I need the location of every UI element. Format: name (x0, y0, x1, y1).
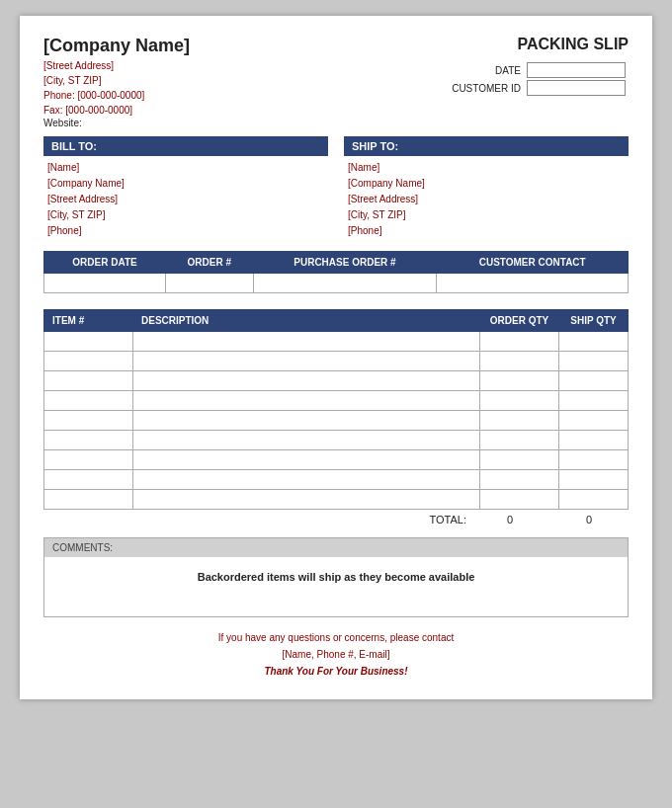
table-row (44, 371, 629, 391)
item-num-col-header: ITEM # (44, 310, 133, 332)
table-row (44, 391, 629, 411)
item-cell-3-0 (44, 391, 133, 411)
street-address: [Street Address] (43, 58, 190, 73)
packing-slip-block: PACKING SLIP DATE CUSTOMER ID (449, 36, 629, 97)
bill-to-address: [Street Address] (43, 192, 328, 207)
item-cell-8-3 (559, 490, 629, 510)
order-info-row (44, 274, 629, 293)
phone: Phone: [000-000-0000] (43, 88, 190, 103)
item-cell-6-2 (480, 450, 559, 470)
fax: Fax: [000-000-0000] (43, 103, 190, 118)
bill-to-company: [Company Name] (43, 176, 328, 192)
customer-contact-cell (437, 274, 629, 293)
order-num-col-header: ORDER # (166, 252, 253, 274)
item-cell-3-3 (559, 391, 629, 411)
order-date-col-header: ORDER DATE (44, 252, 166, 274)
item-cell-7-0 (44, 470, 133, 490)
packing-slip-document: [Company Name] [Street Address] [City, S… (20, 16, 652, 699)
date-label: DATE (449, 61, 524, 79)
date-input[interactable] (527, 62, 626, 78)
ship-to-block: SHIP TO: [Name] [Company Name] [Street A… (344, 136, 629, 239)
item-cell-4-0 (44, 411, 133, 431)
item-cell-4-2 (480, 411, 559, 431)
ship-to-header: SHIP TO: (344, 136, 629, 156)
item-cell-1-1 (133, 352, 480, 371)
item-cell-1-0 (44, 352, 133, 371)
order-info-table: ORDER DATE ORDER # PURCHASE ORDER # CUST… (43, 251, 629, 293)
item-cell-4-3 (559, 411, 629, 431)
bill-to-header: BILL TO: (43, 136, 328, 156)
table-row (44, 490, 629, 510)
comments-section: COMMENTS: Backordered items will ship as… (43, 537, 629, 617)
footer-line1: If you have any questions or concerns, p… (43, 629, 629, 646)
items-table: ITEM # DESCRIPTION ORDER QTY SHIP QTY (43, 309, 629, 510)
address-row: BILL TO: [Name] [Company Name] [Street A… (43, 136, 629, 239)
item-cell-6-1 (133, 450, 480, 470)
item-cell-0-3 (559, 332, 629, 352)
bill-to-name: [Name] (43, 160, 328, 176)
item-cell-3-1 (133, 391, 480, 411)
item-cell-8-0 (44, 490, 133, 510)
item-cell-6-3 (559, 450, 629, 470)
item-cell-6-0 (44, 450, 133, 470)
item-cell-0-2 (480, 332, 559, 352)
item-cell-0-1 (133, 332, 480, 352)
date-customer-table: DATE CUSTOMER ID (449, 61, 629, 97)
footer-line2: [Name, Phone #, E-mail] (43, 646, 629, 663)
customer-contact-col-header: CUSTOMER CONTACT (437, 252, 629, 274)
header-section: [Company Name] [Street Address] [City, S… (43, 36, 629, 128)
ship-to-name: [Name] (344, 160, 629, 176)
item-cell-7-1 (133, 470, 480, 490)
comments-header: COMMENTS: (44, 538, 628, 557)
ship-to-company: [Company Name] (344, 176, 629, 192)
comments-body: Backordered items will ship as they beco… (44, 557, 628, 616)
item-cell-2-3 (559, 371, 629, 391)
bill-to-block: BILL TO: [Name] [Company Name] [Street A… (43, 136, 328, 239)
city-state-zip: [City, ST ZIP] (43, 73, 190, 88)
table-row (44, 411, 629, 431)
item-cell-8-2 (480, 490, 559, 510)
ship-to-phone: [Phone] (344, 223, 629, 239)
thank-you: Thank You For Your Business! (43, 663, 629, 680)
item-cell-8-1 (133, 490, 480, 510)
item-cell-1-3 (559, 352, 629, 371)
total-order-qty: 0 (470, 514, 549, 525)
item-cell-7-2 (480, 470, 559, 490)
packing-slip-title: PACKING SLIP (449, 36, 629, 53)
company-name: [Company Name] (43, 36, 190, 56)
item-cell-5-0 (44, 431, 133, 450)
item-cell-2-2 (480, 371, 559, 391)
ship-qty-col-header: SHIP QTY (559, 310, 629, 332)
item-cell-5-3 (559, 431, 629, 450)
table-row (44, 470, 629, 490)
table-row (44, 450, 629, 470)
table-row (44, 431, 629, 450)
order-date-cell (44, 274, 166, 293)
item-cell-7-3 (559, 470, 629, 490)
website-label: Website: (43, 118, 190, 128)
total-label: TOTAL: (391, 514, 470, 525)
footer: If you have any questions or concerns, p… (43, 629, 629, 680)
description-col-header: DESCRIPTION (133, 310, 480, 332)
item-cell-2-1 (133, 371, 480, 391)
item-cell-5-1 (133, 431, 480, 450)
total-ship-qty: 0 (549, 514, 629, 525)
bill-to-phone: [Phone] (43, 223, 328, 239)
item-cell-2-0 (44, 371, 133, 391)
item-cell-1-2 (480, 352, 559, 371)
company-info: [Company Name] [Street Address] [City, S… (43, 36, 190, 128)
customer-id-input[interactable] (527, 80, 626, 96)
bill-to-city: [City, ST ZIP] (43, 207, 328, 223)
item-cell-4-1 (133, 411, 480, 431)
item-cell-3-2 (480, 391, 559, 411)
customer-id-label: CUSTOMER ID (449, 79, 524, 97)
item-cell-0-0 (44, 332, 133, 352)
totals-row: TOTAL: 0 0 (43, 514, 629, 525)
po-num-col-header: PURCHASE ORDER # (253, 252, 437, 274)
order-num-cell (166, 274, 253, 293)
ship-to-address: [Street Address] (344, 192, 629, 207)
table-row (44, 332, 629, 352)
ship-to-city: [City, ST ZIP] (344, 207, 629, 223)
table-row (44, 352, 629, 371)
po-num-cell (253, 274, 437, 293)
